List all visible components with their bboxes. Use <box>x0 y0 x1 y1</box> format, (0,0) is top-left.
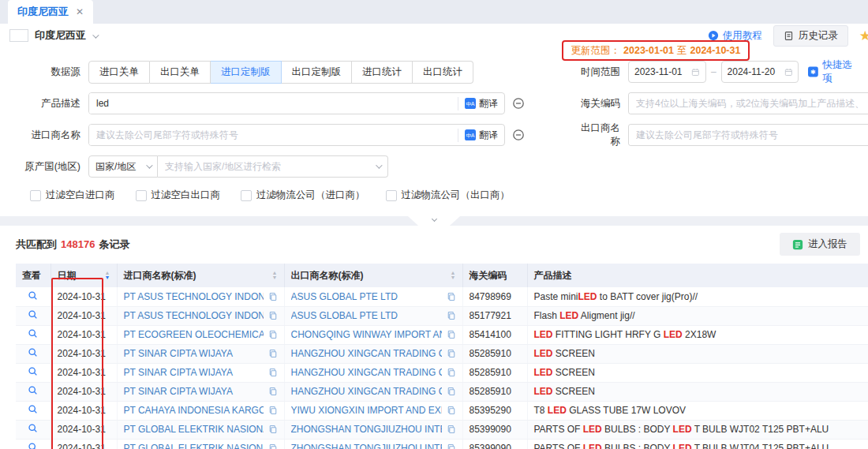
importer-link[interactable]: PT CAHAYA INDONESIA KARGO <box>124 405 264 416</box>
table-row: 2024-10-31PT GLOBAL ELEKTRIK NASIONALZHO… <box>16 420 868 439</box>
page-tab-indonesia[interactable]: 印度尼西亚 ✕ <box>8 0 93 24</box>
importer-link[interactable]: PT SINAR CIPTA WIJAYA <box>124 386 264 397</box>
view-cell[interactable] <box>16 287 51 306</box>
filter-checkbox-1[interactable]: 过滤空白出口商 <box>136 189 221 202</box>
date-to-field[interactable] <box>721 61 799 83</box>
exporter-cell: HANGZHOU XINGCAN TRADING CO LTD <box>284 344 462 363</box>
copy-icon[interactable] <box>447 443 456 449</box>
input-history-button[interactable] <box>512 97 525 110</box>
exporter-link[interactable]: HANGZHOU XINGCAN TRADING CO LTD <box>291 348 442 359</box>
importer-link[interactable]: PT GLOBAL ELEKTRIK NASIONAL <box>124 424 264 435</box>
filter-checkbox-3[interactable]: 过滤物流公司（出口商） <box>386 189 511 202</box>
view-search-icon[interactable] <box>28 366 38 376</box>
date-cell: 2024-10-31 <box>51 287 117 306</box>
importer-link[interactable]: PT SINAR CIPTA WIJAYA <box>124 348 264 359</box>
view-cell[interactable] <box>16 420 51 439</box>
date-from-input[interactable] <box>634 66 688 77</box>
datasource-tab-3[interactable]: 出口定制版 <box>282 61 353 84</box>
checkbox-icon[interactable] <box>136 190 147 201</box>
enter-report-button[interactable]: 进入报告 <box>780 233 860 256</box>
copy-icon[interactable] <box>268 292 278 301</box>
importer-link[interactable]: PT ECOGREEN OLEOCHEMICALS <box>124 329 264 340</box>
exporter-link[interactable]: ASUS GLOBAL PTE LTD <box>291 310 442 321</box>
datasource-tab-1[interactable]: 出口关单 <box>150 61 211 84</box>
exporter-name-input[interactable] <box>629 125 868 145</box>
quick-options-link[interactable]: ✱ 快捷选项 <box>808 58 859 85</box>
date-from-field[interactable] <box>628 61 706 83</box>
translate-button[interactable]: 中A 翻译 <box>458 129 504 142</box>
origin-search-input[interactable] <box>165 161 376 172</box>
copy-icon[interactable] <box>447 368 456 377</box>
importer-link[interactable]: PT GLOBAL ELEKTRIK NASIONAL <box>124 443 264 449</box>
exporter-link[interactable]: HANGZHOU XINGCAN TRADING CO LTD <box>291 386 442 397</box>
date-cell: 2024-10-31 <box>51 439 117 449</box>
view-cell[interactable] <box>16 325 51 344</box>
copy-icon[interactable] <box>268 443 278 449</box>
favorite-star-icon[interactable]: ★ <box>859 28 868 44</box>
tab-close-icon[interactable]: ✕ <box>76 6 84 17</box>
exporter-link[interactable]: ZHONGSHAN TONGJIUZHOU INTERNA... <box>291 424 442 435</box>
copy-icon[interactable] <box>268 330 278 339</box>
view-search-icon[interactable] <box>28 309 38 320</box>
checkbox-icon[interactable] <box>30 190 41 201</box>
copy-icon[interactable] <box>268 406 278 415</box>
view-search-icon[interactable] <box>28 385 38 395</box>
datasource-tab-5[interactable]: 出口统计 <box>413 61 473 84</box>
copy-icon[interactable] <box>447 349 456 358</box>
importer-link[interactable]: PT ASUS TECHNOLOGY INDONESIA BA... <box>124 310 264 321</box>
sort-icon-date[interactable]: ▲▼ <box>100 271 110 280</box>
view-cell[interactable] <box>16 306 51 325</box>
checkbox-icon[interactable] <box>241 190 252 201</box>
copy-icon[interactable] <box>447 311 456 320</box>
col-header-exporter[interactable]: 出口商名称(标准) ▲▼ <box>284 264 462 287</box>
sort-icon-exporter[interactable]: ▲▼ <box>446 271 456 280</box>
importer-link[interactable]: PT SINAR CIPTA WIJAYA <box>124 367 264 378</box>
copy-icon[interactable] <box>268 387 278 396</box>
view-cell[interactable] <box>16 439 51 449</box>
copy-icon[interactable] <box>447 406 456 415</box>
importer-name-input[interactable] <box>89 125 458 145</box>
copy-icon[interactable] <box>447 330 456 339</box>
history-button[interactable]: 历史记录 <box>773 25 848 47</box>
exporter-link[interactable]: YIWU XIONGXIN IMPORT AND EXPORT... <box>291 405 442 416</box>
date-to-input[interactable] <box>728 66 781 77</box>
copy-icon[interactable] <box>447 292 456 301</box>
input-history-button[interactable] <box>512 129 525 141</box>
sort-icon-importer[interactable]: ▲▼ <box>268 271 278 280</box>
product-desc-input[interactable] <box>89 93 458 114</box>
view-search-icon[interactable] <box>28 442 38 449</box>
copy-icon[interactable] <box>447 425 456 434</box>
view-cell[interactable] <box>16 344 51 363</box>
view-cell[interactable] <box>16 401 51 420</box>
filter-checkbox-0[interactable]: 过滤空白进口商 <box>30 189 115 202</box>
copy-icon[interactable] <box>447 387 456 396</box>
view-search-icon[interactable] <box>28 404 38 414</box>
view-search-icon[interactable] <box>28 328 38 339</box>
exporter-link[interactable]: ASUS GLOBAL PTE LTD <box>291 291 442 302</box>
copy-icon[interactable] <box>268 368 278 377</box>
copy-icon[interactable] <box>268 311 278 320</box>
translate-button[interactable]: 中A 翻译 <box>458 97 504 110</box>
checkbox-icon[interactable] <box>386 190 397 201</box>
copy-icon[interactable] <box>268 425 278 434</box>
origin-type-select[interactable]: 国家/地区 <box>88 155 158 178</box>
view-search-icon[interactable] <box>28 347 38 357</box>
datasource-tab-0[interactable]: 进口关单 <box>88 61 150 84</box>
view-search-icon[interactable] <box>28 423 38 433</box>
copy-icon[interactable] <box>268 349 278 358</box>
col-header-importer[interactable]: 进口商名称(标准) ▲▼ <box>117 264 284 287</box>
hs-code-input[interactable] <box>629 93 868 114</box>
origin-country-label: 原产国(地区) <box>9 160 88 174</box>
exporter-link[interactable]: HANGZHOU XINGCAN TRADING CO LTD <box>291 367 442 378</box>
importer-link[interactable]: PT ASUS TECHNOLOGY INDONESIA BA... <box>124 291 264 302</box>
col-header-date[interactable]: 日期 ▲▼ <box>51 264 117 287</box>
exporter-link[interactable]: ZHONGSHAN TONGJIUZHOU INTERNA... <box>291 443 442 449</box>
view-cell[interactable] <box>16 382 51 401</box>
datasource-tab-2[interactable]: 进口定制版 <box>211 61 282 84</box>
view-cell[interactable] <box>16 363 51 382</box>
view-search-icon[interactable] <box>28 290 38 301</box>
country-dropdown[interactable] <box>92 30 97 41</box>
exporter-link[interactable]: CHONGQING WINWAY IMPORT AND E... <box>291 329 442 340</box>
filter-checkbox-2[interactable]: 过滤物流公司（进口商） <box>241 189 365 202</box>
datasource-tab-4[interactable]: 进口统计 <box>352 61 413 84</box>
